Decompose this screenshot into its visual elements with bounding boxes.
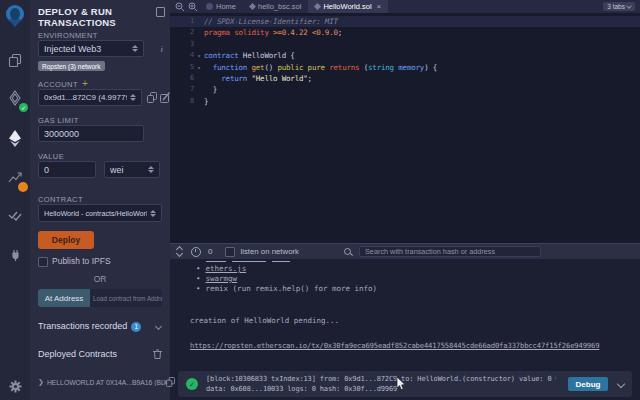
account-select[interactable]: 0x9d1...872C9 (4.99779272 <box>38 89 142 106</box>
value-unit-select[interactable]: wei <box>104 161 160 178</box>
code-text: // SPDX-License-Identifier: MIT <box>204 16 338 27</box>
mouse-cursor <box>396 377 408 391</box>
publish-ipfs-checkbox[interactable] <box>38 257 48 267</box>
terminal-expand-icon[interactable] <box>177 247 182 256</box>
main-area: Homehello_bsc.solHelloWorld.sol× 3 tabs … <box>170 0 640 400</box>
zoom-in-icon[interactable] <box>186 0 199 13</box>
line-number: 1 <box>170 16 194 27</box>
close-tab-icon[interactable]: × <box>377 3 382 11</box>
deploy-and-run-icon[interactable] <box>0 124 30 152</box>
network-badge: Ropsten (3) network <box>38 61 105 71</box>
tab-label: hello_bsc.sol <box>258 2 301 11</box>
debug-button[interactable]: Debug <box>568 377 608 391</box>
tabs-menu-label: 3 tabs <box>607 3 625 10</box>
panel-docs-icon[interactable] <box>156 7 165 17</box>
account-label: ACCOUNT <box>38 80 78 89</box>
environment-select[interactable]: Injected Web3 <box>38 40 144 57</box>
tab-label: HelloWorld.sol <box>323 2 371 11</box>
tab-helloworld-sol[interactable]: HelloWorld.sol× <box>308 0 388 13</box>
analysis-warning-badge <box>18 182 28 192</box>
contract-value: HelloWorld - contracts/HelloWorld.sol <box>44 209 147 218</box>
code-text: pragma solidity >=0.4.22 <0.9.0; <box>204 27 342 38</box>
solidity-file-icon <box>249 3 256 10</box>
bullet: • <box>196 264 201 273</box>
line-number: 7 <box>170 84 194 95</box>
bullet: • <box>196 274 201 283</box>
plugin-manager-icon[interactable] <box>0 240 30 268</box>
terminal-search-input[interactable] <box>359 246 541 257</box>
tx-expand-chevron-icon[interactable] <box>617 380 625 388</box>
remix-logo-icon[interactable] <box>0 2 30 30</box>
fold-spacer <box>194 96 204 107</box>
at-address-input[interactable]: Load contract from Address <box>90 289 162 307</box>
zoom-out-icon[interactable] <box>173 0 186 13</box>
account-value: 0x9d1...872C9 (4.99779272 <box>44 93 127 102</box>
line-number: 4 <box>170 50 194 61</box>
or-divider: OR <box>30 274 170 284</box>
value-input[interactable] <box>38 161 96 178</box>
tab-label: Home <box>216 2 236 11</box>
listen-network-label: listen on network <box>240 247 299 256</box>
unit-testing-icon[interactable] <box>0 202 30 230</box>
etherscan-link[interactable]: https://ropsten.etherscan.io/tx/0x30fa9e… <box>190 341 599 350</box>
environment-info-icon[interactable]: i <box>160 44 163 54</box>
code-line: 5▾ function get() public pure returns (s… <box>170 62 640 73</box>
tab-bar: Homehello_bsc.solHelloWorld.sol× 3 tabs <box>170 0 640 13</box>
select-stepper-icon <box>150 210 156 217</box>
listen-network-checkbox[interactable] <box>225 247 235 257</box>
code-text: contract HelloWorld { <box>204 50 295 61</box>
terminal-text: remix (run remix.help() for more info) <box>206 284 378 293</box>
tab-strip: Homehello_bsc.solHelloWorld.sol× <box>199 0 388 13</box>
line-number: 5 <box>170 62 194 73</box>
deploy-button[interactable]: Deploy <box>38 231 94 249</box>
remove-deployed-icon[interactable]: × <box>163 377 168 387</box>
code-text: } <box>204 84 217 95</box>
tab-hello-bsc-sol[interactable]: hello_bsc.sol <box>243 0 308 13</box>
sign-message-pencil-icon[interactable] <box>160 92 170 103</box>
value-label: VALUE <box>38 152 64 161</box>
tabs-menu-button[interactable]: 3 tabs <box>603 2 635 11</box>
code-editor[interactable]: 1// SPDX-License-Identifier: MIT2pragma … <box>170 13 640 243</box>
select-stepper-icon <box>132 45 138 52</box>
panel-title: DEPLOY & RUN TRANSACTIONS <box>38 6 154 28</box>
tab-home[interactable]: Home <box>199 0 243 13</box>
terminal-link[interactable]: swarmgw <box>206 274 238 283</box>
transactions-recorded-label: Transactions recorded1 <box>38 321 141 332</box>
code-line: 1// SPDX-License-Identifier: MIT <box>170 16 640 27</box>
pending-tx-count: 0 <box>208 247 212 256</box>
home-icon <box>206 3 213 10</box>
code-lines: 1// SPDX-License-Identifier: MIT2pragma … <box>170 13 640 107</box>
remix-ide-window: ✓ <box>0 0 640 400</box>
fold-arrow-icon[interactable]: ▾ <box>194 62 204 73</box>
contract-select[interactable]: HelloWorld - contracts/HelloWorld.sol <box>38 204 162 222</box>
code-line: 2pragma solidity >=0.4.22 <0.9.0; <box>170 27 640 38</box>
at-address-button[interactable]: At Address <box>38 289 90 307</box>
clear-deployed-trash-icon[interactable] <box>153 349 162 359</box>
deploy-run-panel: DEPLOY & RUN TRANSACTIONS ENVIRONMENT In… <box>30 0 170 400</box>
deployed-contract-item[interactable]: ❯ HELLOWORLD AT 0X14A...B9A16 (BLO <box>38 378 166 386</box>
copy-account-icon[interactable] <box>147 92 157 103</box>
tx-success-check-icon: ✓ <box>186 378 198 390</box>
fold-arrow-icon[interactable]: ▾ <box>194 50 204 61</box>
terminal-link[interactable]: ethers.js <box>206 264 247 273</box>
clipped-terminal-line <box>206 259 290 262</box>
tx-log-line1: [block:10306833 txIndex:13] from: 0x9d1.… <box>206 374 556 384</box>
expand-caret-icon[interactable]: ❯ <box>38 378 44 386</box>
solidity-compiler-icon[interactable]: ✓ <box>0 84 30 112</box>
settings-gear-icon[interactable] <box>0 372 30 400</box>
pending-tx-clock-icon <box>191 247 201 257</box>
static-analysis-icon[interactable] <box>0 163 30 191</box>
line-number: 3 <box>170 39 194 50</box>
gas-limit-input[interactable] <box>38 125 144 142</box>
compile-success-badge: ✓ <box>19 103 28 112</box>
create-account-plus-icon[interactable]: + <box>82 78 88 89</box>
bullet: • <box>196 284 201 293</box>
value-unit: wei <box>110 165 145 175</box>
code-line: 6 return "Hello World"; <box>170 73 640 84</box>
select-stepper-icon <box>148 166 154 173</box>
solidity-file-icon <box>314 3 321 10</box>
code-line: 4▾contract HelloWorld { <box>170 50 640 61</box>
file-explorer-icon[interactable] <box>0 46 30 74</box>
contract-label: CONTRACT <box>38 195 83 204</box>
transactions-chevron-icon[interactable] <box>155 323 162 330</box>
